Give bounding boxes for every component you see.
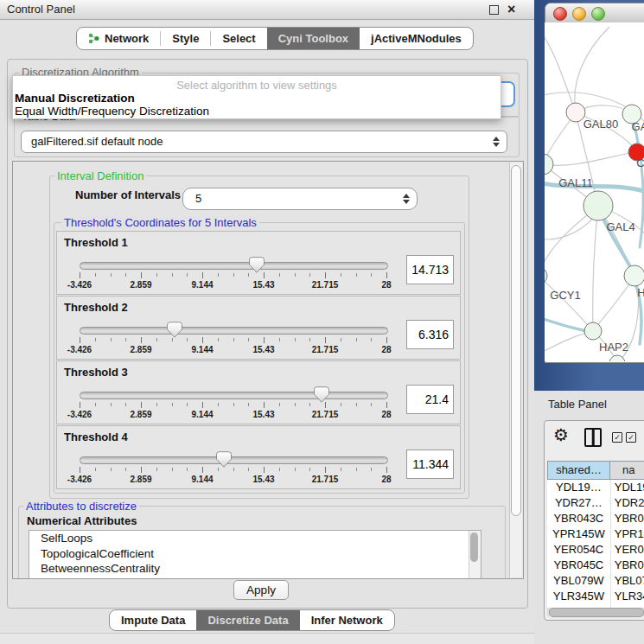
threshold-value-field[interactable]: 6.316 [406,320,454,349]
threshold-slider: -3.4262.8599.14415.4321.71528 [80,321,386,357]
minimize-traffic-light-icon[interactable] [572,7,586,21]
tick-label: 15.43 [252,475,274,484]
tick-label: 2.859 [130,345,151,354]
slider-thumb[interactable] [314,386,329,403]
network-icon [88,33,99,44]
threshold-panel-2: Threshold 2 -3.4262.8599.14415.4321.7152… [56,296,461,360]
tick-label: 21.715 [312,410,339,419]
slider-tick-labels: -3.4262.8599.14415.4321.71528 [80,280,386,290]
list-item[interactable]: BetweennessCentrality [29,561,481,577]
table-row[interactable]: YBL079WYBL07 [547,573,644,589]
threshold-value-field[interactable]: 11.344 [406,450,454,479]
slider-track[interactable] [80,392,388,399]
tab-style[interactable]: Style [161,28,210,49]
panel-scrollbar[interactable] [509,163,522,577]
table-row[interactable]: YBR043CYBR04 [547,511,644,526]
threshold-label: Threshold 2 [64,301,128,314]
threshold-value-field[interactable]: 14.713 [406,255,454,284]
slider-track[interactable] [80,456,388,464]
float-window-icon[interactable] [489,5,499,15]
node-label: GAL11 [558,176,593,189]
table-row[interactable]: YPR145WYPR14 [547,526,644,542]
table-body: YDL19…YDL19YDR27…YDR27YBR043CYBR04YPR145… [547,480,644,608]
algorithm-option-equal-width[interactable]: Equal Width/Frequency Discretization [13,105,501,118]
column-header-name[interactable]: na [610,461,644,480]
tab-network[interactable]: Network [77,28,160,49]
tick-label: 15.43 [252,280,274,290]
network-window-titlebar[interactable] [545,3,644,24]
tick-label: -3.426 [67,280,92,290]
list-scrollbar[interactable] [469,531,481,579]
settings-scroll-panel: Interval Definition Number of Intervals … [12,161,524,579]
table-row[interactable]: YER054CYER05 [547,542,644,558]
slider-thumb[interactable] [167,322,182,338]
tick-label: 28 [381,345,391,354]
table-horizontal-scrollbar[interactable] [547,608,644,616]
table-row[interactable]: YBR045CYBR04 [547,558,644,573]
tab-select[interactable]: Select [211,28,266,49]
split-columns-icon[interactable] [584,428,602,447]
select-none-checkbox-icon[interactable]: ✓ [626,432,636,443]
network-node[interactable] [584,322,602,340]
scrollbar-thumb[interactable] [549,608,644,617]
scrollbar-thumb[interactable] [511,165,521,516]
slider-thumb[interactable] [249,257,265,273]
numerical-attributes-list[interactable]: SelfLoopsTopologicalCoefficientBetweenne… [29,530,481,579]
attributes-group-title: Attributes to discretize [23,500,139,513]
cyni-mode-tabbar: Impute Data Discretize Data Infer Networ… [109,609,395,631]
tick-label: 21.715 [312,345,339,354]
tab-jactivemnodules[interactable]: jActiveMNodules [360,28,473,49]
gear-icon[interactable]: ⚙ [553,424,569,445]
algorithm-option-manual[interactable]: Manual Discretization [13,92,501,105]
table-row[interactable]: YDR27…YDR27 [547,495,644,511]
apply-button[interactable]: Apply [233,580,289,600]
tick-label: 15.43 [252,410,274,419]
network-canvas[interactable]: GAL80GACGAL11GAL4GCY1HHAP2 [545,22,644,361]
tab-infer-network[interactable]: Infer Network [300,610,394,630]
slider-thumb[interactable] [216,451,232,468]
tab-impute-data[interactable]: Impute Data [110,610,196,630]
tick-label: 2.859 [130,410,151,419]
tick-label: 2.859 [130,475,151,484]
tick-label: 21.715 [312,280,339,290]
table-panel-title: Table Panel [548,398,607,411]
table-row[interactable]: YLR345WYLR34 [547,589,644,604]
status-strip [0,634,534,644]
node-label: GA [632,120,644,133]
list-item[interactable]: TopologicalCoefficient [29,546,481,562]
network-node[interactable] [609,355,625,361]
control-panel-titlebar: Control Panel × [0,0,534,20]
table-data-combobox[interactable]: galFiltered.sif default node [21,131,507,153]
tick-label: 9.144 [191,410,213,419]
tab-discretize-data[interactable]: Discretize Data [196,610,299,630]
table-row[interactable]: YDL19…YDL19 [547,480,644,495]
node-label: HAP2 [599,341,628,354]
network-node[interactable] [624,265,644,286]
tick-label: 28 [381,475,391,484]
close-icon[interactable]: × [507,0,515,19]
tick-label: 15.43 [252,345,274,354]
slider-ticks [80,402,386,409]
network-node[interactable] [583,191,613,220]
select-all-checkbox-icon[interactable]: ✓ [612,432,622,443]
close-traffic-light-icon[interactable] [553,7,567,21]
scrollbar-thumb[interactable] [470,532,478,562]
tick-label: -3.426 [67,410,92,419]
network-node[interactable] [545,267,547,284]
column-header-shared-name[interactable]: shared… [547,461,610,480]
slider-ticks [80,467,386,474]
tab-cyni-toolbox[interactable]: Cyni Toolbox [267,28,360,49]
threshold-label: Threshold 3 [64,366,128,379]
zoom-traffic-light-icon[interactable] [591,7,605,21]
tick-label: 28 [381,280,391,290]
slider-track[interactable] [80,327,388,335]
control-panel-tabbar: Network Style Select Cyni Toolbox jActiv… [76,27,474,50]
slider-tick-labels: -3.4262.8599.14415.4321.71528 [80,410,386,420]
threshold-value-field[interactable]: 21.4 [406,385,454,414]
spinner-icon [403,194,410,204]
network-node[interactable] [566,103,585,122]
number-of-intervals-combobox[interactable]: 5 [182,188,418,210]
node-label: C [636,156,644,169]
list-item[interactable]: SelfLoops [29,531,481,546]
slider-track[interactable] [80,262,388,270]
